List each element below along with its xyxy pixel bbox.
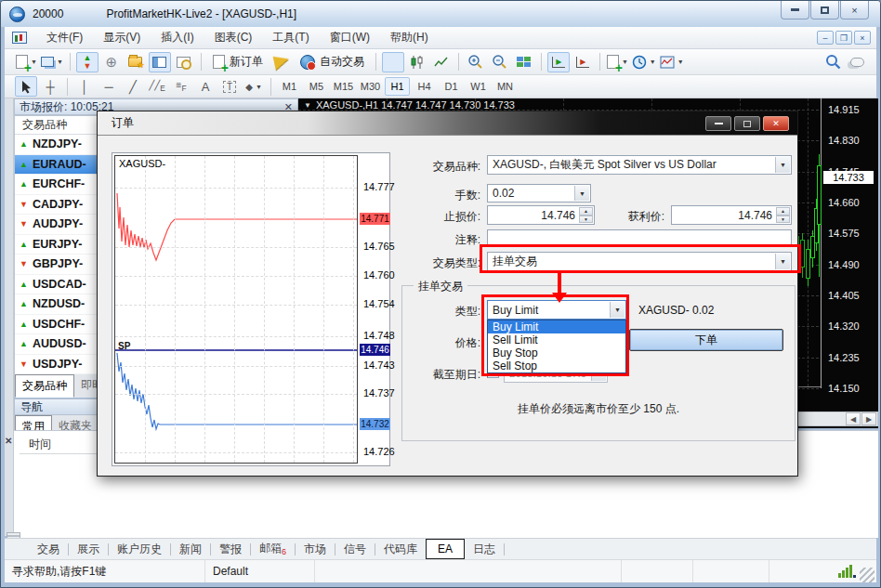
candlestick-button[interactable]	[406, 52, 428, 72]
market-watch-button[interactable]	[125, 52, 147, 72]
resize-grip[interactable]	[860, 568, 874, 582]
channel-button[interactable]: ╱╱E	[146, 76, 168, 97]
chevron-down-icon[interactable]: ▼	[574, 186, 589, 201]
tab-trade[interactable]: 交易	[29, 540, 68, 559]
arrows-button[interactable]: ◆▼	[243, 76, 265, 97]
templates-button[interactable]: ▼	[659, 52, 685, 72]
tab-account-history[interactable]: 账户历史	[109, 540, 170, 559]
tab-ea[interactable]: EA	[426, 539, 465, 559]
take-profit-stepper[interactable]: ▲▼	[776, 207, 790, 223]
data-window-button[interactable]	[173, 52, 195, 72]
timeframe-m5[interactable]: M5	[304, 77, 329, 96]
dialog-tick-chart: XAGUSD- SP 14.777 14.765 14.760 14.754 1…	[112, 152, 390, 466]
terminal-time-column-header[interactable]: 时间	[20, 436, 105, 454]
crosshair-button[interactable]: ┼	[39, 76, 61, 97]
dialog-maximize-button[interactable]	[734, 116, 760, 131]
tile-windows-icon	[517, 57, 531, 67]
timeframe-d1[interactable]: D1	[439, 77, 464, 96]
dialog-close-button[interactable]: ✕	[763, 116, 789, 131]
zoom-in-button[interactable]	[465, 52, 487, 72]
annotation-box-order-type	[481, 294, 629, 376]
text-label-icon: T	[223, 81, 236, 93]
menu-tools[interactable]: 工具(T)	[262, 27, 319, 48]
timeframe-m15[interactable]: M15	[331, 77, 356, 96]
menu-file[interactable]: 文件(F)	[36, 27, 93, 48]
tile-windows-button[interactable]	[513, 52, 535, 72]
search-button[interactable]	[822, 52, 844, 72]
status-template[interactable]: Default	[205, 560, 315, 582]
line-chart-button[interactable]	[430, 52, 453, 72]
minimize-button[interactable]	[781, 1, 809, 20]
navigator-panel-button[interactable]	[149, 52, 171, 72]
tab-mailbox[interactable]: 邮箱6	[251, 539, 295, 558]
tab-signals[interactable]: 信号	[335, 540, 375, 559]
place-order-button[interactable]: 下单	[629, 329, 783, 351]
title-bar: 20000 ProfitMarketHK-Live2 - [XAGUSD-,H1…	[1, 1, 880, 27]
up-arrow-icon	[20, 160, 33, 169]
child-minimize-button[interactable]: –	[817, 31, 834, 45]
child-window-icon[interactable]	[12, 32, 27, 44]
menu-help[interactable]: 帮助(H)	[380, 27, 439, 48]
bar-chart-button[interactable]	[382, 52, 404, 72]
chevron-down-icon[interactable]: ▼	[775, 157, 790, 173]
tab-alerts[interactable]: 警报	[211, 540, 250, 559]
menu-view[interactable]: 显示(V)	[93, 27, 151, 48]
dialog-minimize-button[interactable]	[705, 116, 731, 131]
tab-symbols[interactable]: 交易品种	[15, 374, 74, 398]
tab-journal[interactable]: 日志	[465, 540, 504, 559]
chart-shift-button[interactable]: ▶	[572, 52, 594, 72]
timeframe-w1[interactable]: W1	[466, 77, 491, 96]
trendline-button[interactable]: ╱	[122, 76, 144, 97]
child-restore-button[interactable]: ❐	[835, 31, 852, 45]
menu-charts[interactable]: 图表(C)	[204, 27, 263, 48]
tab-news[interactable]: 新闻	[171, 540, 210, 559]
vertical-line-button[interactable]: │	[73, 76, 96, 97]
scroll-left-icon[interactable]: ◀	[846, 412, 861, 425]
timeframe-m1[interactable]: M1	[277, 77, 302, 96]
crosshair-icon: ┼	[46, 80, 54, 94]
auto-trading-button[interactable]: 自动交易	[294, 52, 371, 72]
timeframe-h1[interactable]: H1	[385, 77, 410, 96]
crosshair-mode-button[interactable]: ⊕	[100, 52, 123, 72]
close-button[interactable]: ×	[840, 1, 869, 20]
menu-window[interactable]: 窗口(W)	[320, 27, 380, 48]
timeframe-m30[interactable]: M30	[358, 77, 383, 96]
timeframe-h4[interactable]: H4	[412, 77, 437, 96]
tick-chart-button[interactable]: ▲▼	[76, 52, 99, 72]
candlestick-icon	[410, 55, 425, 70]
child-close-button[interactable]: ×	[854, 31, 871, 45]
timeframe-mn[interactable]: MN	[493, 77, 518, 96]
stop-loss-stepper[interactable]: ▲▼	[579, 207, 593, 223]
zoom-out-button[interactable]	[489, 52, 511, 72]
indicators-button[interactable]: ▼	[606, 52, 629, 72]
down-arrow-icon	[20, 219, 33, 229]
app-logo-icon	[9, 7, 25, 22]
new-chart-button[interactable]: ▼	[15, 52, 38, 72]
cursor-button[interactable]	[15, 76, 37, 97]
volume-select[interactable]: 0.02▼	[487, 184, 591, 203]
community-chat-button[interactable]	[846, 52, 868, 72]
take-profit-input[interactable]: 14.746 ▲▼	[671, 205, 792, 225]
text-label-button[interactable]: T	[218, 76, 241, 97]
terminal-close-icon[interactable]: ✕	[5, 436, 12, 446]
tab-market[interactable]: 市场	[296, 540, 335, 559]
trendline-icon: ╱	[129, 80, 137, 94]
symbol-select[interactable]: XAGUSD-, 白银美元 Spot Silver vs US Dollar▼	[487, 155, 792, 175]
fibonacci-button[interactable]: ≡F	[170, 76, 192, 97]
maximize-button[interactable]	[810, 1, 839, 20]
scroll-right-icon[interactable]: ▶	[861, 412, 876, 425]
menu-insert[interactable]: 插入(I)	[151, 27, 204, 48]
channel-icon: ╱╱E	[149, 80, 165, 93]
new-order-button[interactable]: 新订单	[206, 52, 270, 72]
horizontal-line-button[interactable]: ─	[98, 76, 120, 97]
tab-code-base[interactable]: 代码库	[375, 540, 426, 559]
tab-exposure[interactable]: 展示	[69, 540, 108, 559]
alerts-button[interactable]	[270, 52, 293, 72]
profiles-button[interactable]: ▼	[40, 52, 64, 72]
auto-scroll-button[interactable]: ▶	[547, 52, 570, 72]
stop-loss-input[interactable]: 14.746 ▲▼	[487, 205, 595, 225]
periods-button[interactable]: ▼	[631, 52, 657, 72]
indicators-icon	[607, 55, 619, 69]
order-dialog-titlebar[interactable]: 订单	[98, 111, 797, 136]
text-button[interactable]: A	[194, 76, 217, 97]
